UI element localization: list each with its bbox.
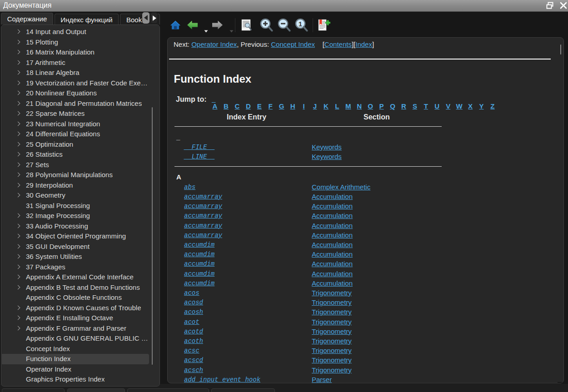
section-link[interactable]: Accumulation: [312, 250, 353, 258]
chevron-right-icon[interactable]: [16, 70, 20, 75]
section-link[interactable]: Parser: [312, 376, 332, 383]
tree-item[interactable]: 27 Sets: [2, 160, 149, 170]
tab-scroll-right-button[interactable]: [150, 12, 158, 24]
jump-letter-link[interactable]: X: [465, 102, 476, 110]
section-link[interactable]: Accumulation: [312, 193, 353, 200]
function-link[interactable]: accumarray: [184, 232, 222, 239]
chevron-right-icon[interactable]: [16, 234, 20, 238]
tree-item[interactable]: Appendix E Installing Octave: [2, 313, 149, 323]
function-link[interactable]: acotd: [184, 328, 203, 335]
tree-item[interactable]: Operator Index: [2, 364, 149, 375]
chevron-right-icon[interactable]: [16, 121, 20, 126]
nav-index-link[interactable]: Index: [355, 40, 372, 48]
chevron-right-icon[interactable]: [16, 111, 20, 116]
section-link[interactable]: Accumulation: [312, 231, 353, 239]
function-link[interactable]: __FILE__: [184, 144, 214, 151]
function-link[interactable]: accumdim: [184, 270, 214, 278]
tree-item[interactable]: Appendix G GNU GENERAL PUBLIC LIC...: [2, 333, 149, 344]
chevron-right-icon[interactable]: [16, 264, 20, 269]
chevron-right-icon[interactable]: [16, 213, 20, 218]
jump-letter-link[interactable]: P: [376, 102, 387, 110]
tree-item[interactable]: Graphics Properties Index: [2, 374, 149, 385]
function-link[interactable]: accumdim: [184, 260, 214, 268]
chevron-right-icon[interactable]: [16, 162, 20, 167]
section-link[interactable]: Trigonometry: [312, 337, 352, 345]
chevron-right-icon[interactable]: [16, 132, 20, 136]
jump-letter-link[interactable]: L: [332, 102, 343, 110]
function-link[interactable]: acsc: [184, 347, 199, 354]
sidebar-tab-contents[interactable]: Содержание: [1, 13, 53, 25]
dock-tab-stub[interactable]: [211, 388, 275, 392]
function-link[interactable]: __LINE__: [184, 153, 214, 160]
tree-item[interactable]: 19 Vectorization and Faster Code Exec...: [2, 78, 149, 89]
section-link[interactable]: Trigonometry: [312, 327, 352, 335]
section-link[interactable]: Accumulation: [312, 279, 353, 287]
jump-letter-link[interactable]: R: [398, 102, 409, 110]
tree-item[interactable]: 37 Packages: [2, 262, 149, 273]
zoom-out-button[interactable]: [277, 18, 291, 34]
function-link[interactable]: acsch: [184, 367, 203, 374]
section-link[interactable]: Trigonometry: [312, 356, 352, 364]
tree-item[interactable]: 25 Optimization: [2, 139, 149, 150]
function-link[interactable]: abs: [184, 184, 195, 191]
doc-scrollbar[interactable]: [560, 45, 561, 55]
jump-letter-link[interactable]: E: [254, 102, 265, 110]
function-link[interactable]: acosd: [184, 299, 203, 306]
jump-letter-link[interactable]: N: [354, 102, 364, 110]
forward-button[interactable]: [212, 20, 223, 32]
function-link[interactable]: accumarray: [184, 203, 222, 210]
chevron-right-icon[interactable]: [16, 326, 20, 330]
jump-letter-link[interactable]: M: [343, 102, 354, 110]
dock-tab-stub[interactable]: [127, 388, 209, 392]
function-link[interactable]: accumarray: [184, 222, 222, 229]
jump-letter-link[interactable]: H: [287, 102, 298, 110]
section-link[interactable]: Accumulation: [312, 212, 353, 219]
chevron-right-icon[interactable]: [16, 101, 20, 105]
tree-item[interactable]: Appendix F Grammar and Parser: [2, 323, 149, 334]
section-link[interactable]: Accumulation: [312, 260, 353, 268]
chevron-right-icon[interactable]: [16, 60, 20, 65]
function-link[interactable]: acscd: [184, 357, 203, 364]
zoom-original-button[interactable]: 1: [294, 18, 308, 34]
chevron-right-icon[interactable]: [16, 285, 20, 289]
tree-item[interactable]: 32 Image Processing: [2, 211, 149, 221]
jump-letter-link[interactable]: B: [220, 102, 231, 110]
tree-item[interactable]: 28 Polynomial Manipulations: [2, 170, 149, 180]
chevron-right-icon[interactable]: [16, 142, 20, 146]
section-link[interactable]: Accumulation: [312, 270, 353, 278]
tree-item[interactable]: 16 Matrix Manipulation: [2, 47, 149, 58]
tree-item[interactable]: Appendix A External Code Interface: [2, 272, 149, 283]
tree-item[interactable]: 17 Arithmetic: [2, 58, 149, 68]
section-link[interactable]: Trigonometry: [312, 308, 352, 316]
function-link[interactable]: accumarray: [184, 212, 222, 219]
tree-item[interactable]: 24 Differential Equations: [2, 129, 149, 139]
tree-item[interactable]: Appendix D Known Causes of Trouble: [2, 303, 149, 313]
jump-letter-link[interactable]: G: [276, 102, 287, 110]
jump-letter-link[interactable]: O: [365, 102, 376, 110]
tree-item[interactable]: Function Index: [2, 354, 149, 364]
tree-item[interactable]: 15 Plotting: [2, 37, 149, 48]
restore-icon[interactable]: [546, 2, 553, 9]
jump-letter-link[interactable]: F: [265, 102, 276, 110]
jump-letter-link[interactable]: Q: [387, 102, 398, 110]
tree-item[interactable]: 18 Linear Algebra: [2, 68, 149, 78]
back-button[interactable]: [187, 20, 198, 32]
function-link[interactable]: acos: [184, 289, 199, 297]
jump-letter-link[interactable]: A: [209, 102, 220, 110]
chevron-right-icon[interactable]: [16, 244, 20, 248]
section-link[interactable]: Trigonometry: [312, 289, 352, 297]
home-button[interactable]: [170, 20, 181, 32]
jump-letter-link[interactable]: I: [298, 102, 309, 110]
jump-letter-link[interactable]: W: [453, 102, 464, 110]
function-link[interactable]: add_input_event_hook: [184, 376, 260, 383]
function-link[interactable]: acot: [184, 318, 199, 326]
section-link[interactable]: Trigonometry: [312, 298, 352, 306]
section-link[interactable]: Trigonometry: [312, 366, 352, 374]
tree-item[interactable]: Appendix B Test and Demo Functions: [2, 283, 149, 293]
nav-contents-link[interactable]: Contents: [324, 40, 352, 48]
tree-item[interactable]: 31 Signal Processing: [2, 201, 149, 211]
chevron-right-icon[interactable]: [16, 30, 20, 34]
section-link[interactable]: Trigonometry: [312, 347, 352, 354]
jump-letter-link[interactable]: K: [320, 102, 331, 110]
dock-tab-stub[interactable]: [2, 388, 65, 392]
